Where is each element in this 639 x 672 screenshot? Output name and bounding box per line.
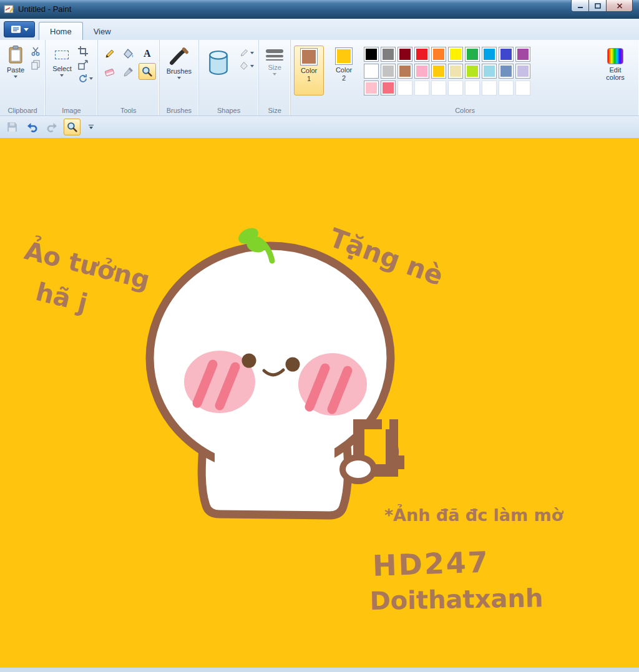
palette-swatch[interactable] [364, 47, 379, 62]
group-brushes: Brushes Brushes [160, 40, 199, 115]
save-button[interactable] [4, 119, 21, 135]
select-label: Select [52, 65, 72, 72]
palette-swatch[interactable] [381, 80, 396, 95]
save-floppy-icon [7, 122, 17, 132]
color2-button[interactable]: Color 2 [329, 46, 359, 95]
maximize-button[interactable] [588, 0, 607, 12]
qat-magnifier-button[interactable] [64, 119, 80, 135]
palette-swatch[interactable] [381, 64, 396, 79]
image-mini-buttons [77, 43, 94, 84]
group-clipboard: Paste Clipboard [0, 40, 46, 115]
palette-swatch[interactable] [499, 47, 514, 62]
palette-swatch-empty[interactable] [398, 80, 412, 95]
group-label-tools: Tools [98, 107, 159, 114]
tab-view[interactable]: View [83, 22, 122, 40]
palette-swatch[interactable] [482, 64, 497, 79]
fill-tool-button[interactable] [120, 45, 137, 62]
palette-swatch-empty[interactable] [431, 80, 446, 95]
paste-icon [8, 46, 23, 64]
palette-swatch-empty[interactable] [499, 80, 514, 95]
palette-swatch-empty[interactable] [414, 80, 429, 95]
chevron-down-icon [89, 127, 93, 129]
group-label-size: Size [259, 107, 290, 114]
shape-outline-button[interactable] [238, 47, 255, 58]
color1-button[interactable]: Color 1 [294, 46, 324, 95]
close-button[interactable] [606, 0, 633, 12]
palette-swatch[interactable] [465, 64, 480, 79]
undo-button[interactable] [24, 119, 41, 135]
chevron-down-icon [250, 52, 254, 54]
palette-swatch[interactable] [515, 47, 530, 62]
application-menu-button[interactable] [4, 21, 35, 37]
rotate-button[interactable] [77, 73, 94, 84]
shape-fill-button[interactable] [238, 61, 255, 71]
color-picker-tool-button[interactable] [120, 63, 137, 80]
copy-button[interactable] [29, 59, 42, 71]
palette-swatch[interactable] [431, 47, 446, 62]
palette-swatch[interactable] [499, 64, 514, 79]
palette-swatch[interactable] [364, 64, 379, 79]
palette-swatch[interactable] [465, 47, 480, 62]
paint-window: Untitled - Paint Home View [0, 0, 639, 672]
palette-swatch[interactable] [398, 47, 412, 62]
palette-swatch[interactable] [448, 64, 463, 79]
eraser-tool-button[interactable] [101, 63, 119, 80]
group-label-clipboard: Clipboard [0, 107, 45, 114]
window-bottom-border [0, 668, 639, 672]
palette-swatch[interactable] [515, 64, 530, 79]
palette-swatch[interactable] [448, 47, 463, 62]
palette-swatch[interactable] [431, 64, 446, 79]
color2-label-line1: Color [336, 66, 352, 74]
select-button[interactable]: Select [49, 43, 76, 78]
palette-swatch[interactable] [364, 80, 379, 95]
paste-label: Paste [7, 66, 24, 74]
pencil-tool-button[interactable] [101, 45, 119, 62]
drawing-canvas[interactable]: Ảo tưởng hã j Tặng nè *Ảnh đã đc làm mờ … [0, 139, 639, 668]
palette-swatch-empty[interactable] [465, 80, 480, 95]
copy-icon [31, 60, 41, 70]
outline-pencil-icon [240, 48, 249, 57]
brush-icon [168, 46, 190, 66]
group-shapes: Shapes [199, 40, 259, 115]
palette-swatch[interactable] [414, 47, 429, 62]
minimize-button[interactable] [571, 0, 589, 12]
cut-button[interactable] [29, 46, 42, 57]
magnifier-tool-button[interactable] [139, 63, 156, 80]
paste-button[interactable]: Paste [3, 43, 28, 79]
palette-swatch-empty[interactable] [515, 80, 530, 95]
character-drawing [0, 139, 639, 668]
palette-swatch[interactable] [398, 64, 412, 79]
text-tool-button[interactable]: A [139, 45, 156, 62]
minimize-icon [577, 3, 583, 9]
palette-swatch[interactable] [381, 47, 396, 62]
resize-icon [78, 60, 88, 70]
window-title: Untitled - Paint [18, 4, 71, 14]
palette-swatch[interactable] [414, 64, 429, 79]
select-rectangle-icon [55, 51, 69, 59]
tab-home[interactable]: Home [39, 22, 83, 40]
magnifier-icon [142, 66, 152, 77]
right-eye [286, 358, 300, 372]
titlebar: Untitled - Paint [0, 0, 639, 19]
redo-button[interactable] [44, 119, 61, 135]
shape-gallery[interactable] [202, 45, 235, 81]
size-button[interactable]: Size [262, 43, 287, 77]
eraser-icon [104, 66, 115, 77]
crop-button[interactable] [77, 46, 94, 57]
scissors-icon [31, 46, 41, 56]
edit-colors-rainbow-icon [607, 48, 623, 64]
canvas-text-signature-2: Doithatxanh [369, 583, 544, 615]
group-label-shapes: Shapes [199, 107, 258, 114]
customize-toolbar-button[interactable] [86, 122, 96, 132]
left-eye [242, 354, 256, 368]
palette-swatch-empty[interactable] [448, 80, 463, 95]
brushes-button[interactable]: Brushes [163, 43, 195, 80]
chevron-down-icon [14, 75, 17, 78]
canvas-text-note: *Ảnh đã đc làm mờ [384, 505, 563, 525]
resize-button[interactable] [77, 59, 94, 71]
palette-swatch[interactable] [482, 47, 497, 62]
color-palette [364, 47, 530, 95]
palette-swatch-empty[interactable] [482, 80, 497, 95]
eyedropper-icon [123, 66, 134, 77]
edit-colors-button[interactable]: Edit colors [597, 46, 633, 95]
